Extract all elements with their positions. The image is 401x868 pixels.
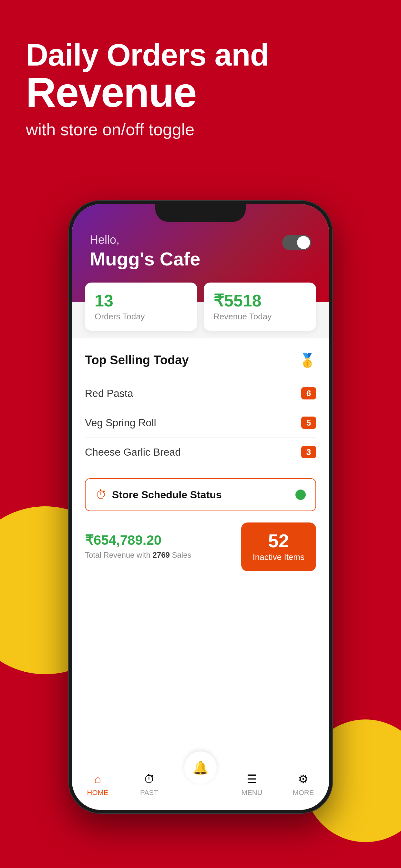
nav-label-home: HOME xyxy=(87,788,109,797)
total-revenue-amount: ₹654,789.20 xyxy=(85,532,235,548)
revenue-label-prefix: Total Revenue with xyxy=(85,551,152,559)
inactive-label: Inactive Items xyxy=(253,552,305,562)
cafe-name: Mugg's Cafe xyxy=(90,248,311,270)
phone-screen-area: Hello, Mugg's Cafe 13 Orders Today ₹5518… xyxy=(72,204,329,810)
nav-item-past[interactable]: ⏱ PAST xyxy=(123,772,175,797)
list-item: Red Pasta 6 xyxy=(85,379,316,408)
past-icon: ⏱ xyxy=(143,772,155,786)
clock-icon: ⏱ xyxy=(95,488,107,501)
item-name: Red Pasta xyxy=(85,388,133,399)
store-schedule-card[interactable]: ⏱ Store Schedule Status xyxy=(85,478,316,511)
schedule-label: Store Schedule Status xyxy=(112,489,222,501)
orders-value: 13 xyxy=(95,292,188,309)
stats-row: 13 Orders Today ₹5518 Revenue Today xyxy=(72,283,329,331)
phone-mockup: Hello, Mugg's Cafe 13 Orders Today ₹5518… xyxy=(68,200,333,814)
inactive-items-card[interactable]: 52 Inactive Items xyxy=(241,523,316,571)
list-item: Cheese Garlic Bread 3 xyxy=(85,438,316,467)
orders-card: 13 Orders Today xyxy=(85,283,197,331)
home-icon: ⌂ xyxy=(94,772,101,786)
top-selling-title: Top Selling Today xyxy=(85,353,189,367)
nav-item-more[interactable]: ⚙ MORE xyxy=(278,772,329,797)
top-selling-header: Top Selling Today 🥇 xyxy=(85,338,316,379)
nav-label-past: PAST xyxy=(140,788,158,797)
greeting-text: Hello, xyxy=(90,233,311,247)
trophy-icon: 🥇 xyxy=(298,351,316,369)
bottom-navigation: ⌂ HOME ⏱ PAST 🔔 ☰ MENU xyxy=(72,766,329,810)
orders-label: Orders Today xyxy=(95,312,188,321)
more-icon: ⚙ xyxy=(298,772,308,786)
revenue-value: ₹5518 xyxy=(213,292,306,309)
item-count-badge: 3 xyxy=(301,446,316,458)
list-item: Veg Spring Roll 5 xyxy=(85,408,316,438)
phone-outer-shell: Hello, Mugg's Cafe 13 Orders Today ₹5518… xyxy=(68,200,333,814)
inactive-count: 52 xyxy=(268,531,289,550)
item-name: Cheese Garlic Bread xyxy=(85,446,181,458)
bell-container: 🔔 xyxy=(184,751,217,784)
bottom-stats: ₹654,789.20 Total Revenue with 2769 Sale… xyxy=(85,523,316,571)
sales-count: 2769 xyxy=(152,551,169,559)
menu-icon: ☰ xyxy=(247,772,257,786)
nav-label-more: MORE xyxy=(292,788,314,797)
schedule-left: ⏱ Store Schedule Status xyxy=(95,488,222,501)
menu-items-list: Red Pasta 6 Veg Spring Roll 5 Cheese Gar… xyxy=(85,379,316,467)
total-revenue-card: ₹654,789.20 Total Revenue with 2769 Sale… xyxy=(85,523,235,571)
header-line2: Revenue xyxy=(26,71,269,113)
item-count-badge: 5 xyxy=(301,416,316,429)
store-toggle[interactable] xyxy=(282,235,311,250)
revenue-label: Revenue Today xyxy=(213,312,306,321)
header-subtitle: with store on/off toggle xyxy=(26,120,269,139)
promo-header: Daily Orders and Revenue with store on/o… xyxy=(26,39,269,139)
nav-item-notifications[interactable]: 🔔 xyxy=(175,769,226,797)
nav-label-menu: MENU xyxy=(242,788,263,797)
item-name: Veg Spring Roll xyxy=(85,417,156,429)
bell-icon: 🔔 xyxy=(192,760,209,775)
header-line1: Daily Orders and xyxy=(26,39,269,71)
item-count-badge: 6 xyxy=(301,387,316,399)
phone-notch xyxy=(155,204,246,222)
nav-item-menu[interactable]: ☰ MENU xyxy=(226,772,278,797)
revenue-label-suffix: Sales xyxy=(172,551,191,559)
revenue-card: ₹5518 Revenue Today xyxy=(204,283,316,331)
main-content: Top Selling Today 🥇 Red Pasta 6 Veg Spri… xyxy=(72,338,329,810)
nav-item-home[interactable]: ⌂ HOME xyxy=(72,772,123,797)
schedule-status-dot xyxy=(296,490,306,500)
app-screen: Hello, Mugg's Cafe 13 Orders Today ₹5518… xyxy=(72,204,329,810)
total-revenue-label: Total Revenue with 2769 Sales xyxy=(85,551,235,560)
